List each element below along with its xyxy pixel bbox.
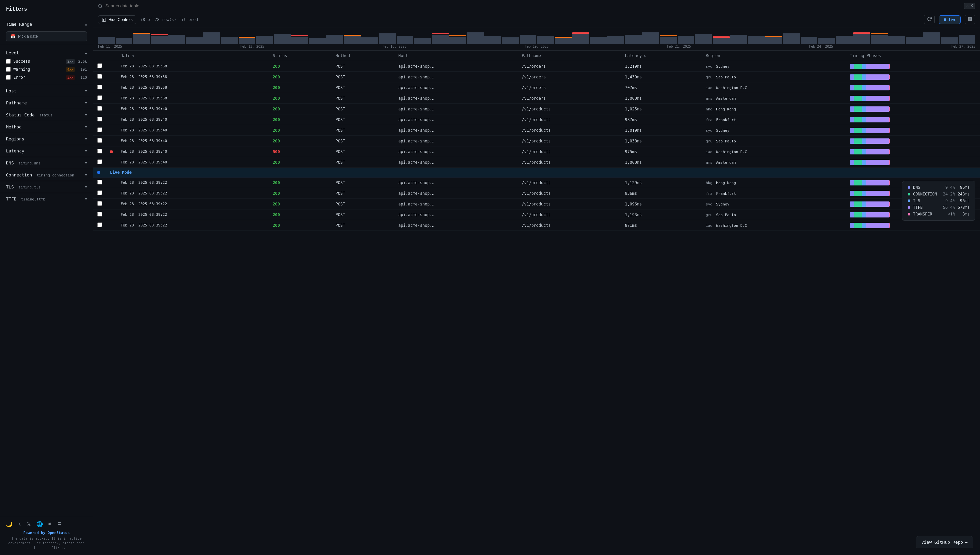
histogram-bar[interactable] xyxy=(449,30,466,44)
method-filter[interactable]: Method ▼ xyxy=(0,121,93,133)
level-header[interactable]: Level ▲ xyxy=(6,48,87,57)
histogram-bar[interactable] xyxy=(660,30,677,44)
histogram-bar[interactable] xyxy=(836,30,853,44)
row-timing[interactable] xyxy=(846,72,980,82)
histogram-bar[interactable] xyxy=(959,30,976,44)
row-timing[interactable] xyxy=(846,82,980,93)
col-latency[interactable]: Latency xyxy=(621,51,702,61)
histogram-bar[interactable] xyxy=(326,30,343,44)
row-checkbox[interactable] xyxy=(98,180,102,184)
refresh-button[interactable] xyxy=(924,14,935,24)
status-code-filter[interactable]: Status Code status ▼ xyxy=(0,109,93,121)
histogram-bar[interactable] xyxy=(133,30,150,44)
row-checkbox-cell[interactable] xyxy=(93,114,106,125)
row-checkbox[interactable] xyxy=(98,201,102,206)
row-timing[interactable] xyxy=(846,61,980,72)
histogram-bar[interactable] xyxy=(98,30,115,44)
row-checkbox[interactable] xyxy=(98,85,102,89)
histogram-bar[interactable] xyxy=(274,30,291,44)
row-checkbox-cell[interactable] xyxy=(93,210,106,220)
histogram-bar[interactable] xyxy=(888,30,905,44)
level-success-checkbox[interactable] xyxy=(6,59,11,64)
row-checkbox[interactable] xyxy=(98,159,102,164)
table-row[interactable]: Feb 28, 2025 08:39:58 200 POST api.acme-… xyxy=(93,61,980,72)
histogram-bar[interactable] xyxy=(291,30,309,44)
row-checkbox-cell[interactable] xyxy=(93,157,106,168)
row-checkbox[interactable] xyxy=(98,74,102,79)
histogram-bar[interactable] xyxy=(678,30,695,44)
histogram-bar[interactable] xyxy=(871,30,888,44)
row-timing[interactable] xyxy=(846,104,980,114)
histogram-bar[interactable] xyxy=(185,30,203,44)
row-checkbox-cell[interactable] xyxy=(93,178,106,188)
row-checkbox[interactable] xyxy=(98,212,102,217)
row-timing[interactable] xyxy=(846,199,980,210)
row-checkbox-cell[interactable] xyxy=(93,61,106,72)
table-row[interactable]: Feb 28, 2025 08:39:22 200 POST api.acme-… xyxy=(93,210,980,220)
row-checkbox-cell[interactable] xyxy=(93,146,106,157)
level-warning-checkbox[interactable] xyxy=(6,67,11,72)
table-row[interactable]: Feb 28, 2025 08:39:22 200 POST api.acme-… xyxy=(93,188,980,199)
row-checkbox[interactable] xyxy=(98,117,102,121)
histogram-bar[interactable] xyxy=(502,30,519,44)
row-checkbox-cell[interactable] xyxy=(93,220,106,231)
histogram-bar[interactable] xyxy=(572,30,589,44)
histogram-bar[interactable] xyxy=(642,30,659,44)
table-row[interactable]: Feb 28, 2025 08:39:40 200 POST api.acme-… xyxy=(93,104,980,114)
row-checkbox[interactable] xyxy=(98,127,102,132)
histogram-bar[interactable] xyxy=(765,30,782,44)
table-row[interactable]: Feb 28, 2025 08:39:40 500 POST api.acme-… xyxy=(93,146,980,157)
histogram-bar[interactable] xyxy=(730,30,747,44)
tls-filter[interactable]: TLS timing.tls ▼ xyxy=(0,181,93,193)
histogram-bar[interactable] xyxy=(309,30,326,44)
histogram-bar[interactable] xyxy=(695,30,712,44)
hide-controls-button[interactable]: Hide Controls xyxy=(98,15,136,24)
histogram-bar[interactable] xyxy=(396,30,414,44)
regions-filter[interactable]: Regions ▼ xyxy=(0,133,93,145)
histogram-bar[interactable] xyxy=(748,30,765,44)
row-checkbox-cell[interactable] xyxy=(93,93,106,104)
table-row[interactable]: Feb 28, 2025 08:39:40 200 POST api.acme-… xyxy=(93,157,980,168)
col-date[interactable]: Date xyxy=(117,51,269,61)
histogram-bar[interactable] xyxy=(783,30,800,44)
dns-filter[interactable]: DNS timing.dns ▼ xyxy=(0,157,93,169)
row-timing[interactable] xyxy=(846,125,980,136)
row-checkbox[interactable] xyxy=(98,95,102,100)
histogram-bar[interactable] xyxy=(151,30,168,44)
histogram-bar[interactable] xyxy=(906,30,923,44)
histogram-bar[interactable] xyxy=(625,30,642,44)
histogram-bar[interactable] xyxy=(853,30,870,44)
table-row[interactable]: Feb 28, 2025 08:39:58 200 POST api.acme-… xyxy=(93,72,980,82)
table-row[interactable]: Feb 28, 2025 08:39:40 200 POST api.acme-… xyxy=(93,125,980,136)
row-checkbox[interactable] xyxy=(98,63,102,68)
table-row[interactable]: Feb 28, 2025 08:39:22 200 POST api.acme-… xyxy=(93,178,980,188)
histogram-bar[interactable] xyxy=(361,30,378,44)
twitter-icon[interactable]: 𝕏 xyxy=(27,521,31,527)
row-timing[interactable] xyxy=(846,188,980,199)
histogram-bar[interactable] xyxy=(256,30,273,44)
histogram-bar[interactable] xyxy=(537,30,554,44)
row-checkbox-cell[interactable] xyxy=(93,104,106,114)
level-error-checkbox[interactable] xyxy=(6,75,11,80)
histogram-bar[interactable] xyxy=(555,30,572,44)
globe-icon[interactable]: 🌐 xyxy=(36,521,43,527)
row-timing[interactable] xyxy=(846,210,980,220)
row-timing[interactable] xyxy=(846,157,980,168)
table-row[interactable]: Feb 28, 2025 08:39:22 200 POST api.acme-… xyxy=(93,199,980,210)
live-button[interactable]: Live xyxy=(938,15,961,24)
time-range-header[interactable]: Time Range ▲ xyxy=(6,20,87,29)
row-checkbox-cell[interactable] xyxy=(93,125,106,136)
histogram-bar[interactable] xyxy=(923,30,940,44)
histogram-bar[interactable] xyxy=(801,30,818,44)
histogram-bar[interactable] xyxy=(941,30,958,44)
histogram-bar[interactable] xyxy=(713,30,730,44)
row-timing[interactable] xyxy=(846,93,980,104)
row-checkbox[interactable] xyxy=(98,149,102,153)
histogram-bar[interactable] xyxy=(221,30,238,44)
table-row[interactable]: Feb 28, 2025 08:39:40 200 POST api.acme-… xyxy=(93,114,980,125)
table-row[interactable]: Feb 28, 2025 08:39:58 200 POST api.acme-… xyxy=(93,82,980,93)
table-row[interactable]: Feb 28, 2025 08:39:22 200 POST api.acme-… xyxy=(93,220,980,231)
histogram-bar[interactable] xyxy=(379,30,396,44)
pathname-filter[interactable]: Pathname ▼ xyxy=(0,97,93,109)
host-filter[interactable]: Host ▼ xyxy=(0,85,93,97)
